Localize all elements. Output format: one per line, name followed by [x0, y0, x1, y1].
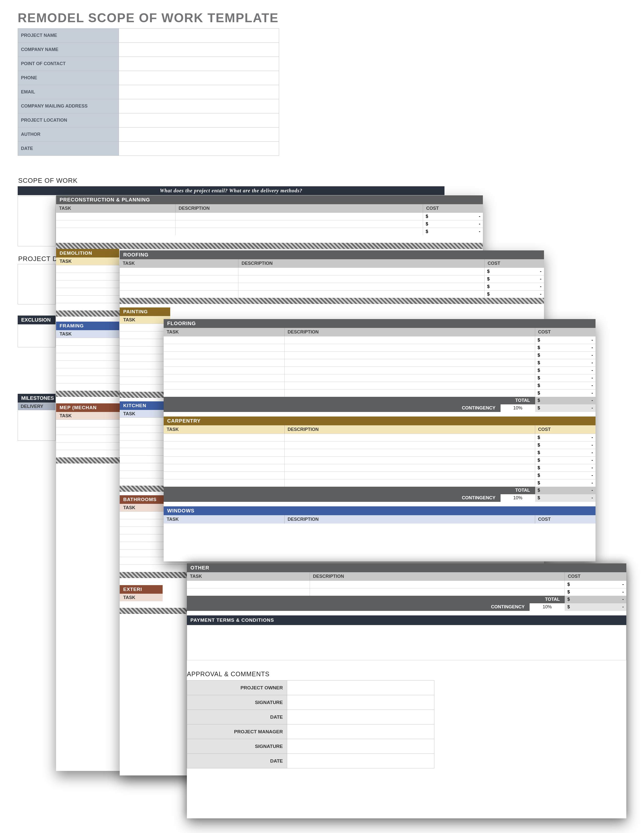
cell-cost[interactable]: $-: [535, 382, 596, 389]
table-row[interactable]: $-: [164, 479, 596, 487]
cell-desc[interactable]: [285, 382, 535, 389]
cell-task[interactable]: [164, 352, 285, 359]
cell-task[interactable]: [120, 268, 238, 275]
cell-task[interactable]: [164, 389, 285, 397]
info-value[interactable]: [119, 29, 279, 43]
info-value[interactable]: [119, 127, 279, 142]
cell-desc[interactable]: [238, 275, 485, 283]
cell-task[interactable]: [120, 291, 238, 298]
cell-task[interactable]: [164, 359, 285, 367]
cell-task[interactable]: [164, 457, 285, 464]
cell-cost[interactable]: $-: [535, 336, 596, 344]
table-row[interactable]: $-: [164, 382, 596, 389]
table-row[interactable]: $-: [164, 336, 596, 344]
cell-desc[interactable]: [285, 479, 535, 487]
cell-cost[interactable]: $-: [535, 359, 596, 367]
cell-desc[interactable]: [285, 457, 535, 464]
approval-value[interactable]: [287, 754, 435, 769]
approval-value[interactable]: [287, 680, 435, 695]
cell-desc[interactable]: [175, 228, 423, 235]
table-row[interactable]: $-: [164, 457, 596, 464]
cell-cost[interactable]: $-: [565, 589, 626, 596]
table-row[interactable]: $-: [120, 283, 544, 290]
cell-desc[interactable]: [285, 442, 535, 449]
table-row[interactable]: $-: [187, 588, 626, 596]
cell-task[interactable]: [164, 472, 285, 479]
cell-desc[interactable]: [285, 367, 535, 374]
cell-cost[interactable]: $-: [535, 374, 596, 382]
cell-cost[interactable]: $-: [535, 464, 596, 471]
cell-cost[interactable]: $-: [535, 472, 596, 479]
table-row[interactable]: $-: [164, 441, 596, 449]
cell-desc[interactable]: [285, 374, 535, 382]
cell-desc[interactable]: [175, 213, 423, 220]
cell-desc[interactable]: [238, 268, 485, 275]
cell-cost[interactable]: $-: [485, 291, 544, 298]
cell-task[interactable]: [56, 228, 175, 235]
table-row[interactable]: $-: [164, 367, 596, 374]
cell-desc[interactable]: [175, 220, 423, 228]
table-row[interactable]: $-: [56, 228, 483, 235]
table-row[interactable]: $-: [120, 275, 544, 283]
cell-task[interactable]: [164, 434, 285, 441]
payment-terms-box[interactable]: [187, 625, 626, 660]
approval-value[interactable]: [287, 710, 435, 724]
table-row[interactable]: $-: [164, 471, 596, 479]
cell-desc[interactable]: [310, 589, 565, 596]
cell-task[interactable]: [187, 589, 310, 596]
table-row[interactable]: $-: [164, 374, 596, 382]
cell-cost[interactable]: $-: [535, 344, 596, 351]
cell-cost[interactable]: $-: [535, 442, 596, 449]
cell-task[interactable]: [164, 367, 285, 374]
cell-desc[interactable]: [285, 389, 535, 397]
cell-task[interactable]: [164, 442, 285, 449]
cell-desc[interactable]: [285, 472, 535, 479]
info-value[interactable]: [119, 142, 279, 156]
contingency-pct[interactable]: 10%: [501, 404, 535, 412]
cell-task[interactable]: [164, 464, 285, 471]
cell-task[interactable]: [120, 275, 238, 283]
cell-desc[interactable]: [285, 352, 535, 359]
cell-desc[interactable]: [238, 291, 485, 298]
cell-cost[interactable]: $-: [423, 228, 483, 235]
cell-desc[interactable]: [285, 434, 535, 441]
cell-cost[interactable]: $-: [485, 275, 544, 283]
table-row[interactable]: $-: [164, 389, 596, 397]
cell-cost[interactable]: $-: [535, 352, 596, 359]
exclusions-box[interactable]: [18, 325, 56, 347]
table-row[interactable]: $-: [164, 344, 596, 351]
cell-task[interactable]: [56, 220, 175, 228]
table-row[interactable]: $-: [56, 212, 483, 220]
table-row[interactable]: $-: [164, 351, 596, 359]
table-row[interactable]: $-: [164, 434, 596, 441]
table-row[interactable]: $-: [120, 268, 544, 275]
cell-desc[interactable]: [285, 359, 535, 367]
cell-cost[interactable]: $-: [565, 581, 626, 588]
info-value[interactable]: [119, 57, 279, 71]
cell-cost[interactable]: $-: [535, 434, 596, 441]
project-del-box[interactable]: [18, 264, 56, 304]
cell-desc[interactable]: [285, 464, 535, 471]
approval-value[interactable]: [287, 724, 435, 739]
info-value[interactable]: [119, 71, 279, 85]
cell-cost[interactable]: $-: [485, 283, 544, 290]
approval-value[interactable]: [287, 695, 435, 710]
cell-task[interactable]: [164, 344, 285, 351]
contingency-pct[interactable]: 10%: [501, 494, 535, 502]
cell-cost[interactable]: $-: [423, 220, 483, 228]
cell-cost[interactable]: $-: [485, 268, 544, 275]
cell-desc[interactable]: [238, 283, 485, 290]
cell-desc[interactable]: [285, 344, 535, 351]
cell-desc[interactable]: [285, 336, 535, 344]
cell-cost[interactable]: $-: [535, 449, 596, 457]
table-row[interactable]: $-: [164, 464, 596, 471]
table-row[interactable]: $-: [120, 290, 544, 298]
scope-box[interactable]: [18, 196, 56, 246]
cell-desc[interactable]: [285, 449, 535, 457]
table-row[interactable]: $-: [56, 220, 483, 228]
info-value[interactable]: [119, 113, 279, 127]
info-value[interactable]: [119, 43, 279, 57]
cell-task[interactable]: [187, 581, 310, 588]
cell-task[interactable]: [164, 479, 285, 487]
cell-cost[interactable]: $-: [535, 367, 596, 374]
